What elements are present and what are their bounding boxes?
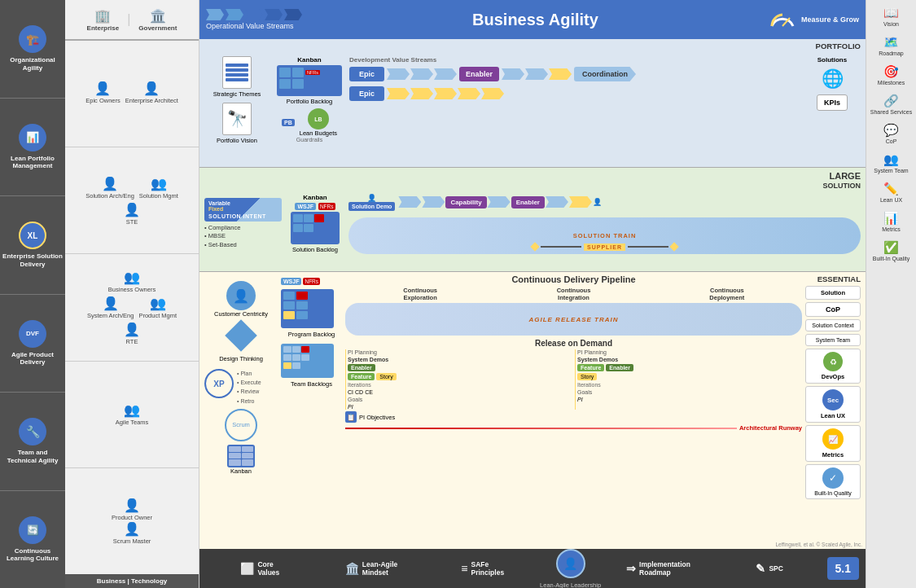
continuous-learning-label: Continuous Learning Culture <box>2 547 63 563</box>
enterprise-architect-icon: 👤 <box>143 81 160 96</box>
sidebar-metrics[interactable]: Metrics <box>866 208 916 235</box>
cop-box-ess[interactable]: CoP <box>805 302 861 317</box>
built-in-quality-box[interactable]: ✓ Built-In Quality <box>805 464 861 499</box>
chevrons-row <box>206 9 302 20</box>
safe-principles-label: SAFePrinciples <box>471 560 504 577</box>
op-value-streams-label: Operational Value Streams <box>206 22 293 30</box>
team-technical-item[interactable]: 🔧 Team and Technical Agility <box>0 393 65 491</box>
lean-agile-leadership-label: Lean-Agile Leadership <box>540 581 601 589</box>
sidebar-lean-ux[interactable]: Lean UX <box>866 179 916 205</box>
solution-demo-person: 👤 <box>367 194 376 202</box>
enabler-badge-portfolio: Enabler <box>459 67 499 81</box>
iterations-2: Story <box>577 373 802 380</box>
continuous-learning-item[interactable]: 🔄 Continuous Learning Culture <box>0 491 65 589</box>
pipeline-stage-labels: ContinuousExploration ContinuousIntegrat… <box>345 287 802 301</box>
enterprise-architect-item: 👤 Enterprise Architect <box>125 81 178 104</box>
center-content: Operational Value Streams Business Agili… <box>199 0 866 588</box>
solution-context-box[interactable]: Solution Context <box>805 319 861 331</box>
solution-arch-icon: 👤 <box>102 176 118 191</box>
people-column: 🏢 Enterprise | 🏛️ Government 👤 Epic Owne… <box>65 0 199 588</box>
nfrs-badge-portfolio: NFRs <box>305 70 320 75</box>
core-values-label: CoreValues <box>257 560 279 577</box>
supplier-connector <box>541 246 581 248</box>
solution-demo-item: 👤 Solution Demo <box>348 194 395 211</box>
arch-runway-line <box>345 428 737 429</box>
solution-demo-badge: Solution Demo <box>348 202 395 211</box>
epic-badge-2: Epic <box>349 86 384 101</box>
sidebar-vision[interactable]: Vision <box>866 3 916 29</box>
lean-agile-mindset-btn[interactable]: 🏛️ Lean-AgileMindset <box>318 560 426 577</box>
metrics-box[interactable]: 📈 Metrics <box>805 425 861 462</box>
customer-centricity-label: Customer Centricity <box>214 310 268 318</box>
leader-center[interactable]: 👤 Lean-Agile Leadership <box>540 549 601 589</box>
kpis-box: KPIs <box>817 94 848 111</box>
agile-teams-label: Agile Teams <box>116 419 149 426</box>
flow-row-1: Epic Enabler <box>349 67 800 81</box>
devops-icon: ♻ <box>823 352 843 371</box>
devops-box[interactable]: ♻ DevOps <box>805 349 861 384</box>
sys-demos-1: System Demos <box>348 357 572 362</box>
spc-btn[interactable]: ✎ SPC <box>716 562 824 575</box>
xp-area: XP • Plan• Execute• Review• Retro <box>204 369 278 406</box>
leffingwell-credit: Leffingwell, et al. © Scaled Agile, Inc. <box>775 542 862 547</box>
organizational-sidebar: 🏗️ Organizational Agility 📊 Lean Portfol… <box>0 0 65 588</box>
sidebar-built-in-quality[interactable]: Built-In Quality <box>866 238 916 264</box>
biq-icon: ✓ <box>822 467 844 489</box>
core-values-btn[interactable]: ⬜ CoreValues <box>206 560 314 577</box>
pb-lean-row: PB → LB Lean Budgets <box>282 108 337 137</box>
lean-budgets-item: LB Lean Budgets <box>300 108 337 137</box>
wsjf-nfr-row: WSJF NFRs <box>295 203 335 210</box>
safe-principles-btn[interactable]: ≡ SAFePrinciples <box>428 560 537 577</box>
flow-arrow-6 <box>549 68 572 80</box>
solution-intent-box: Variable Fixed SOLUTION INTENT <box>204 198 282 222</box>
dvs-label: Development Value Streams <box>349 56 800 64</box>
implementation-roadmap-btn[interactable]: ⇒ ImplementationRoadmap <box>604 560 712 577</box>
pi-objectives-label: PI Objectives <box>359 414 395 421</box>
solutions-icon: 🌐 <box>822 68 844 90</box>
op-value-streams: Operational Value Streams <box>206 9 302 30</box>
scrum-master-icon: 👤 <box>124 521 140 537</box>
flow-arrow-3 <box>434 68 457 80</box>
pb-badge: PB <box>282 119 295 126</box>
design-thinking-icon <box>225 319 257 352</box>
diamond-2 <box>669 242 678 251</box>
people-section-1: 👤 Epic Owners 👤 Enterprise Architect <box>65 41 199 147</box>
solution-intent-area: Variable Fixed SOLUTION INTENT • Complia… <box>204 198 282 250</box>
people-section-3: 👥 Business Owners 👤 System Arch/Eng 👥 Pr… <box>65 254 199 361</box>
agile-product-icon: DVF <box>19 320 46 348</box>
solution-backlog-label: Solution Backlog <box>292 246 338 253</box>
nfrs-sol-badge: NFRs <box>318 203 335 210</box>
lean-ux-box[interactable]: Sec Lean UX <box>805 386 861 423</box>
system-team-box[interactable]: System Team <box>805 334 861 346</box>
kanban-icon <box>227 445 255 467</box>
product-owner-item: 👤 Product Owner <box>112 498 152 521</box>
org-agility-item[interactable]: 🏗️ Organizational Agility <box>0 0 65 99</box>
program-backlog-label: Program Backlog <box>281 331 342 338</box>
sidebar-system-team[interactable]: System Team <box>866 150 916 176</box>
solution-context-label: Solution Context <box>812 323 853 328</box>
chevron-3 <box>245 9 263 20</box>
org-agility-label: Organizational Agility <box>2 56 63 72</box>
sidebar-milestones[interactable]: Milestones <box>866 62 916 88</box>
enterprise-solution-item[interactable]: XL Enterprise Solution Delivery <box>0 196 65 295</box>
nfrs-ess-badge: NFRs <box>303 278 320 285</box>
essential-inner: 👤 Customer Centricity Design Thinking XP <box>204 274 861 546</box>
cont-exploration: ContinuousExploration <box>345 287 495 301</box>
header-bar: Operational Value Streams Business Agili… <box>199 0 866 39</box>
wsjf-row-ess: WSJF NFRs <box>281 278 342 285</box>
epic-owners-label: Epic Owners <box>85 97 121 104</box>
kanban-sol-label: Kanban <box>303 194 327 201</box>
flow-arrow-7 <box>387 88 410 99</box>
measure-grow[interactable]: Measure & Grow <box>769 8 859 31</box>
solution-box[interactable]: Solution <box>805 286 861 300</box>
agile-product-item[interactable]: DVF Agile Product Delivery <box>0 295 65 393</box>
enterprise-solution-label: Enterprise Solution Delivery <box>2 252 63 268</box>
sidebar-cop[interactable]: CoP <box>866 121 916 147</box>
scrum-master-item: 👤 Scrum Master <box>113 521 151 545</box>
sidebar-shared-services[interactable]: Shared Services <box>866 91 916 117</box>
lean-portfolio-item[interactable]: 📊 Lean Portfolio Management <box>0 99 65 197</box>
kanban-area: Kanban <box>204 445 278 475</box>
cdp-title: Continuous Delivery Pipeline <box>511 274 635 284</box>
speedometer-icon <box>769 8 796 31</box>
sidebar-roadmap[interactable]: Roadmap <box>866 33 916 59</box>
